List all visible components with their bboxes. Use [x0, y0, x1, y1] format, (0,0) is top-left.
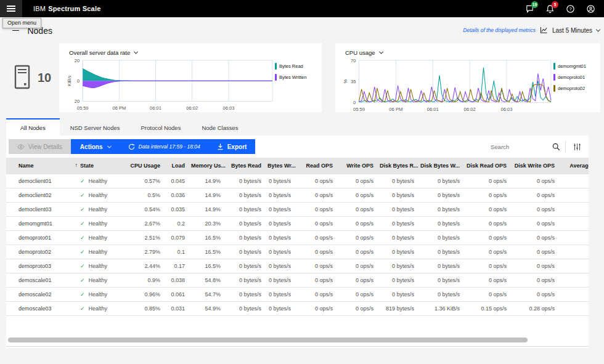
- column-settings-icon[interactable]: [566, 143, 589, 151]
- search-input[interactable]: [491, 144, 547, 150]
- cell-value: 0 bytes/s: [380, 245, 420, 259]
- cell-value: 0 ops/s: [466, 188, 513, 203]
- column-header-disk-bytes-w-[interactable]: Disk Bytes W...: [420, 158, 466, 174]
- cell-value: 0 bytes/s: [380, 259, 420, 273]
- cell-value: 16.5%: [191, 259, 227, 273]
- export-button[interactable]: Export: [208, 139, 256, 154]
- node-tabs: All NodesNSD Server NodesProtocol NodesN…: [6, 118, 589, 135]
- table-row-democlient02[interactable]: democlient02✓Healthy0.5%0.03614.9%0 byte…: [6, 188, 589, 203]
- column-header-write-ops[interactable]: Write OPS: [339, 158, 380, 174]
- cell-state: ✓Healthy: [80, 231, 128, 245]
- column-header-average-dis[interactable]: Average Dis: [561, 158, 589, 174]
- brand-prefix: IBM: [33, 5, 46, 12]
- tab-nsd-server-nodes[interactable]: NSD Server Nodes: [60, 118, 131, 135]
- cell-name: demoproto03: [6, 259, 80, 273]
- column-header-bytes-read[interactable]: Bytes Read: [227, 158, 267, 174]
- open-menu-tooltip: Open menu: [2, 18, 41, 28]
- tab-protocol-nodes[interactable]: Protocol Nodes: [130, 118, 191, 135]
- whats-new-icon[interactable]: 19: [522, 1, 537, 16]
- table-row-demoproto03[interactable]: demoproto03✓Healthy2.44%0.1716.5%0 bytes…: [6, 259, 589, 273]
- svg-text:06:02: 06:02: [186, 105, 198, 111]
- cell-value: [561, 245, 589, 259]
- column-header-disk-read-ops[interactable]: Disk Read OPS: [466, 158, 513, 174]
- cell-value: 0 bytes/s: [227, 273, 267, 288]
- download-icon: [217, 143, 224, 150]
- cell-state: ✓Healthy: [80, 203, 128, 217]
- cell-value: 0 ops/s: [297, 259, 339, 273]
- chevron-down-icon[interactable]: [596, 27, 600, 31]
- cell-value: 0 ops/s: [513, 245, 561, 259]
- notifications-bell-icon[interactable]: 5: [542, 1, 557, 16]
- column-header-load[interactable]: Load: [166, 158, 191, 174]
- hamburger-menu-icon[interactable]: [0, 0, 22, 17]
- product-title: IBMSpectrum Scale: [33, 5, 101, 12]
- sort-ascending-icon[interactable]: ↑: [75, 162, 78, 168]
- cell-value: 0.035: [166, 203, 191, 217]
- column-header-bytes-wr-[interactable]: Bytes Wr...: [267, 158, 297, 174]
- column-header-disk-bytes-r-[interactable]: Disk Bytes R...: [380, 158, 420, 174]
- table-row-demoscale01[interactable]: demoscale01✓Healthy0.9%0.03854.8%0 bytes…: [6, 273, 589, 288]
- tab-node-classes[interactable]: Node Classes: [191, 118, 248, 135]
- column-header-disk-write-ops[interactable]: Disk Write OPS: [513, 158, 561, 174]
- cell-value: 0 ops/s: [339, 288, 380, 302]
- svg-text:06:01: 06:01: [150, 105, 161, 111]
- svg-text:06:01: 06:01: [427, 107, 439, 112]
- table-row-demoscale03[interactable]: demoscale03✓Healthy0.85%0.03154.9%0 byte…: [6, 302, 589, 316]
- refresh-icon: [128, 144, 135, 150]
- horizontal-scrollbar: [6, 338, 589, 343]
- cell-name: democlient01: [6, 174, 80, 188]
- search-icon[interactable]: [547, 143, 565, 151]
- cell-value: 0 bytes/s: [227, 203, 267, 217]
- cell-value: 0 bytes/s: [267, 231, 297, 245]
- cell-value: 0.54%: [128, 203, 166, 217]
- actions-button[interactable]: Actions: [71, 139, 120, 154]
- cell-state: ✓Healthy: [80, 174, 128, 188]
- cell-value: 0.15 ops/s: [466, 302, 513, 316]
- svg-text:KiB/s: KiB/s: [67, 75, 72, 86]
- user-account-icon[interactable]: [583, 1, 598, 16]
- data-interval-refresh[interactable]: Data interval 17:59 - 18:04: [120, 139, 208, 154]
- cell-value: 0 bytes/s: [380, 188, 420, 203]
- cell-name: demoproto01: [6, 231, 80, 245]
- cell-state: ✓Healthy: [80, 302, 128, 316]
- cell-value: 14.9%: [191, 203, 227, 217]
- data-rate-legend: Bytes ReadBytes Written: [275, 57, 316, 81]
- cpu-usage-chart-title[interactable]: CPU usage: [343, 47, 594, 57]
- column-header-cpu-usage[interactable]: CPU Usage: [128, 158, 166, 174]
- legend-swatch: [275, 74, 277, 81]
- tab-all-nodes[interactable]: All Nodes: [6, 118, 60, 135]
- cell-value: 0 bytes/s: [380, 231, 420, 245]
- data-rate-chart-title[interactable]: Overall server data rate: [67, 47, 316, 57]
- healthy-check-icon: ✓: [80, 291, 85, 297]
- svg-text:05:59: 05:59: [353, 107, 365, 112]
- column-header-memory-us-[interactable]: Memory Us...: [191, 158, 227, 174]
- cell-state: ✓Healthy: [80, 217, 128, 231]
- collapse-section-icon[interactable]: [12, 30, 19, 31]
- table-row-demoproto02[interactable]: demoproto02✓Healthy2.79%0.116.5%0 bytes/…: [6, 245, 589, 259]
- cell-value: 0.2: [166, 217, 191, 231]
- cell-value: 0 ops/s: [466, 273, 513, 288]
- cell-value: 0 ops/s: [339, 174, 380, 188]
- table-row-democlient03[interactable]: democlient03✓Healthy0.54%0.03514.9%0 byt…: [6, 203, 589, 217]
- whats-new-badge: 19: [531, 1, 538, 8]
- healthy-check-icon: ✓: [80, 277, 85, 283]
- cell-value: 0 ops/s: [297, 231, 339, 245]
- horizontal-scrollbar-thumb[interactable]: [8, 338, 528, 342]
- time-range-selector[interactable]: Last 5 Minutes: [552, 27, 592, 34]
- metrics-details-link[interactable]: Details of the displayed metrics: [463, 27, 536, 33]
- help-icon[interactable]: ?: [563, 1, 577, 16]
- svg-text:70: 70: [351, 58, 356, 63]
- table-row-demoproto01[interactable]: demoproto01✓Healthy2.51%0.07916.5%0 byte…: [6, 231, 589, 245]
- column-header-name[interactable]: Name↑: [6, 158, 80, 174]
- column-header-read-ops[interactable]: Read OPS: [297, 158, 339, 174]
- table-row-demoscale02[interactable]: demoscale02✓Healthy0.96%0.06154.7%0 byte…: [6, 288, 589, 302]
- cell-value: 2.79%: [128, 245, 166, 259]
- view-details-button[interactable]: View Details: [9, 139, 71, 154]
- cell-value: 0.9%: [128, 273, 166, 288]
- column-header-state[interactable]: State: [80, 158, 128, 174]
- table-row-democlient01[interactable]: democlient01✓Healthy0.57%0.04514.9%0 byt…: [6, 174, 589, 188]
- table-row-demomgmt01[interactable]: demomgmt01✓Healthy2.67%0.220.3%0 bytes/s…: [6, 217, 589, 231]
- legend-label: demoproto01: [558, 75, 585, 80]
- cell-value: 0 ops/s: [297, 302, 339, 316]
- cell-value: 14.9%: [191, 188, 227, 203]
